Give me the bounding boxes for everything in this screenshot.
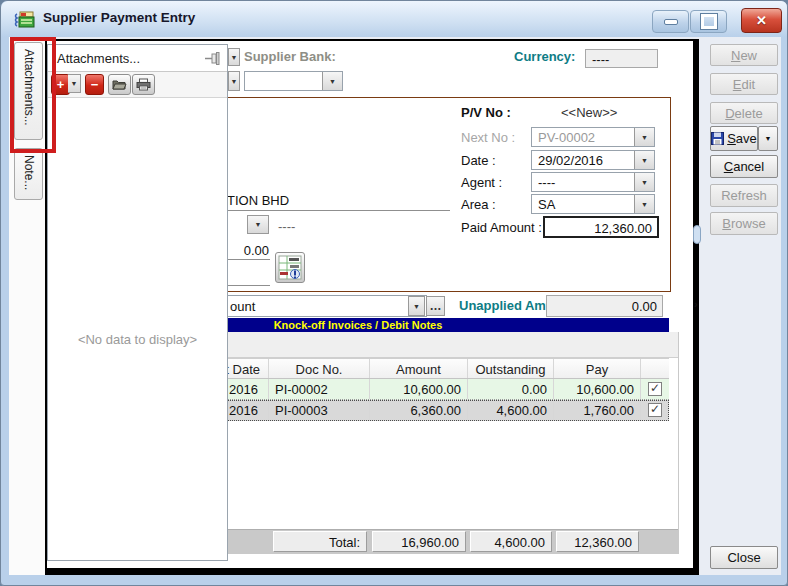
save-button[interactable]: Save: [710, 126, 758, 151]
currency-field: ----: [585, 49, 658, 68]
supplier-bank-combo[interactable]: ▼: [244, 71, 343, 91]
attachments-flyout: Attachments... + ▼ −: [47, 44, 228, 561]
cancel-button[interactable]: Cancel: [710, 155, 778, 178]
supplier-bank-value: [245, 72, 322, 90]
agent-label: Agent :: [461, 175, 502, 190]
refresh-button[interactable]: Refresh: [710, 184, 778, 207]
browse-button[interactable]: Browse: [710, 212, 778, 235]
cell-outstanding: 0.00: [468, 379, 554, 399]
currency-label: Currency:: [514, 49, 575, 64]
flyout-header: Attachments...: [48, 45, 227, 72]
field-underline: [228, 259, 270, 260]
rate-value: ----: [278, 219, 295, 234]
app-icon: [14, 10, 36, 29]
agent-combo[interactable]: ---- ▼: [531, 172, 655, 192]
dropdown-arrow-icon[interactable]: ▼: [634, 151, 654, 169]
cell-doc-no: PI-00002: [269, 379, 370, 399]
hidden-combo-arrow-bottom[interactable]: ▼: [228, 71, 240, 91]
hidden-combo-arrow-top[interactable]: ▼: [228, 48, 240, 66]
close-window-button[interactable]: ✕: [741, 8, 782, 33]
save-options-dropdown[interactable]: ▼: [758, 126, 778, 151]
no-data-text: <No data to display>: [48, 332, 227, 347]
new-button[interactable]: New: [710, 44, 778, 66]
title-bar[interactable]: Supplier Payment Entry ✕: [1, 1, 788, 37]
supplier-name-underline: [228, 210, 450, 211]
column-header-amount[interactable]: Amount: [370, 359, 468, 378]
cell-amount: 6,360.00: [370, 400, 468, 420]
next-no-combo[interactable]: PV-00002 ▼: [531, 127, 655, 147]
agent-value: ----: [532, 173, 634, 191]
rate-dropdown-button[interactable]: ▼: [247, 215, 269, 234]
paid-amount-label: Paid Amount :: [461, 220, 542, 235]
cell-pay: 1,760.00: [554, 400, 641, 420]
sidebar-tab-note[interactable]: Note...: [14, 148, 43, 200]
row-checkbox[interactable]: ✓: [648, 382, 662, 396]
area-value: SA: [532, 195, 634, 213]
dropdown-arrow-icon[interactable]: ▼: [634, 128, 654, 146]
dropdown-arrow-icon[interactable]: ▼: [322, 72, 342, 90]
plus-icon: +: [57, 77, 65, 92]
cell-doc-no: PI-00003: [269, 400, 370, 420]
dropdown-arrow-icon: ▼: [231, 78, 238, 85]
close-icon: ✕: [756, 13, 767, 28]
window-title: Supplier Payment Entry: [43, 10, 195, 25]
edit-button[interactable]: Edit: [710, 73, 778, 95]
flyout-title: Attachments...: [57, 51, 140, 66]
dropdown-arrow-icon[interactable]: ▼: [634, 173, 654, 191]
total-label: Total:: [273, 531, 367, 552]
date-combo[interactable]: 29/02/2016 ▼: [531, 150, 655, 170]
dropdown-arrow-icon: ▼: [71, 80, 78, 87]
pin-icon[interactable]: [204, 50, 221, 67]
total-outstanding: 4,600.00: [470, 531, 552, 552]
dropdown-arrow-icon: ▼: [765, 135, 772, 142]
ellipsis-icon: …: [430, 299, 442, 313]
account-fragment: ount: [230, 299, 255, 314]
column-header-check[interactable]: [641, 359, 669, 378]
maximize-button[interactable]: [690, 10, 727, 33]
total-pay: 12,360.00: [556, 531, 639, 552]
area-label: Area :: [461, 197, 496, 212]
calculation-table-icon: [278, 255, 302, 280]
account-browse-button[interactable]: …: [426, 296, 445, 316]
open-attachment-button[interactable]: [108, 74, 131, 95]
column-header-outstanding[interactable]: Outstanding: [468, 359, 554, 378]
dropdown-arrow-icon[interactable]: ▼: [634, 195, 654, 213]
delete-button[interactable]: Delete: [710, 102, 778, 124]
area-combo[interactable]: SA ▼: [531, 194, 655, 214]
cell-outstanding: 4,600.00: [468, 400, 554, 420]
column-header-doc-no[interactable]: Doc No.: [269, 359, 370, 378]
remove-attachment-button[interactable]: −: [85, 74, 104, 95]
grid-right-border: [678, 332, 679, 554]
add-attachment-dropdown[interactable]: ▼: [68, 74, 81, 93]
payment-account-combo[interactable]: ount: [227, 295, 427, 317]
minimize-button[interactable]: [652, 10, 689, 33]
unapplied-amt-field: 0.00: [546, 295, 663, 317]
dropdown-arrow-icon: ▼: [231, 54, 238, 61]
total-amount: 16,960.00: [372, 531, 466, 552]
flyout-toolbar: + ▼ −: [48, 72, 227, 98]
splitter-collapse-arrow-icon[interactable]: ›: [694, 298, 698, 310]
save-floppy-icon: [711, 132, 724, 145]
column-header-pay[interactable]: Pay: [554, 359, 641, 378]
dropdown-arrow-icon: ▼: [255, 221, 262, 228]
dropdown-arrow-icon: ▼: [413, 303, 420, 310]
maximize-icon: [701, 14, 717, 29]
cell-amount: 10,600.00: [370, 379, 468, 399]
minus-icon: −: [91, 77, 99, 92]
unapplied-amt-label: Unapplied Amt:: [459, 298, 555, 313]
payment-detail-button[interactable]: [275, 252, 305, 283]
bank-charge-value: 0.00: [231, 243, 269, 258]
paid-amount-field[interactable]: 12,360.00: [543, 216, 659, 238]
close-button[interactable]: Close: [710, 546, 778, 569]
pv-no-value: <<New>>: [561, 105, 617, 120]
printer-icon: [136, 78, 151, 91]
splitter-grip[interactable]: [693, 225, 701, 244]
open-folder-icon: [112, 79, 127, 91]
account-dropdown-button[interactable]: ▼: [408, 296, 425, 316]
cell-pay: 10,600.00: [554, 379, 641, 399]
row-checkbox[interactable]: ✓: [648, 403, 662, 417]
supplier-bank-label: Supplier Bank:: [244, 49, 336, 64]
print-attachment-button[interactable]: [132, 74, 155, 95]
minimize-icon: [664, 19, 678, 25]
next-no-value: PV-00002: [532, 128, 634, 146]
